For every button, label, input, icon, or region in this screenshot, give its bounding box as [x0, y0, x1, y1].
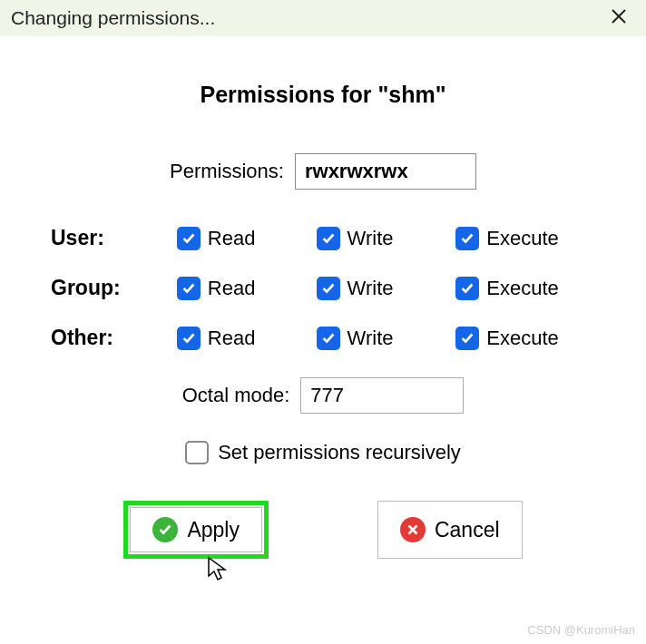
permissions-label: Permissions: — [170, 160, 284, 183]
read-label: Read — [208, 327, 256, 350]
check-icon — [181, 230, 197, 247]
check-circle-icon — [152, 517, 178, 542]
write-label: Write — [347, 227, 394, 250]
group-write-checkbox[interactable] — [317, 277, 340, 300]
close-button[interactable] — [602, 2, 635, 34]
group-execute-checkbox[interactable] — [455, 277, 479, 300]
apply-button[interactable]: Apply — [130, 507, 262, 552]
write-label: Write — [347, 327, 394, 350]
apply-highlight: Apply — [123, 501, 269, 559]
titlebar-text: Changing permissions... — [11, 7, 215, 29]
user-execute-checkbox[interactable] — [455, 227, 479, 250]
check-icon — [459, 230, 475, 247]
cancel-button[interactable]: Cancel — [377, 501, 523, 559]
check-icon — [459, 280, 475, 297]
user-read-checkbox[interactable] — [177, 227, 201, 250]
permissions-input[interactable] — [295, 153, 476, 190]
user-write-checkbox[interactable] — [317, 227, 340, 250]
cancel-label: Cancel — [435, 518, 500, 542]
other-write-checkbox[interactable] — [317, 327, 340, 350]
check-icon — [181, 330, 197, 346]
perm-row-user: User: Read Write Execute — [51, 226, 595, 250]
other-read-checkbox[interactable] — [177, 327, 201, 350]
octal-label: Octal mode: — [182, 384, 290, 407]
watermark: CSDN @KuromiHan — [527, 623, 635, 637]
user-label: User: — [51, 226, 177, 250]
check-icon — [181, 280, 197, 297]
perm-row-other: Other: Read Write Execute — [51, 326, 595, 350]
close-icon — [610, 7, 628, 25]
group-read-checkbox[interactable] — [177, 277, 201, 300]
recursive-checkbox[interactable] — [185, 441, 209, 464]
recursive-label: Set permissions recursively — [218, 441, 461, 464]
read-label: Read — [208, 277, 256, 300]
other-label: Other: — [51, 326, 177, 350]
perm-row-group: Group: Read Write Execute — [51, 276, 595, 300]
check-icon — [320, 230, 337, 247]
check-icon — [320, 280, 337, 297]
read-label: Read — [208, 227, 256, 250]
page-title: Permissions for "shm" — [45, 82, 601, 108]
group-label: Group: — [51, 276, 177, 300]
octal-input[interactable] — [300, 377, 464, 414]
write-label: Write — [347, 277, 394, 300]
execute-label: Execute — [486, 227, 559, 250]
apply-label: Apply — [187, 518, 240, 542]
cancel-circle-icon — [400, 517, 426, 542]
check-icon — [320, 330, 337, 346]
execute-label: Execute — [486, 327, 559, 350]
execute-label: Execute — [486, 277, 559, 300]
titlebar: Changing permissions... — [0, 0, 646, 36]
other-execute-checkbox[interactable] — [455, 327, 479, 350]
check-icon — [459, 330, 475, 346]
